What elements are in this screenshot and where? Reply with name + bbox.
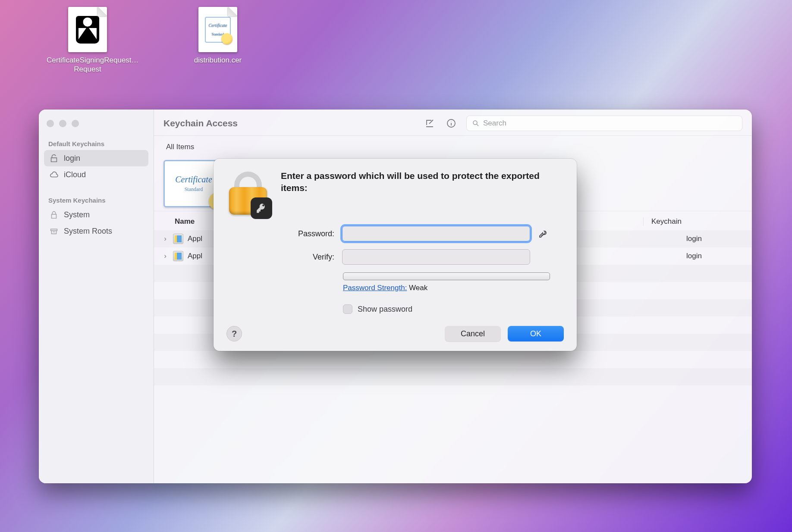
search-field[interactable]: Search [466,116,742,131]
export-password-dialog: Enter a password which will be used to p… [214,159,577,351]
sidebar-item-system-roots[interactable]: System Roots [44,223,148,239]
minimize-icon[interactable] [59,120,66,127]
zoom-icon[interactable] [72,120,79,127]
dialog-form: Password: Verify: Password Strength: Wea… [226,226,564,314]
password-strength-text: Password Strength: Weak [343,284,564,292]
password-strength-value: Weak [409,284,427,292]
cert-preview-subtitle: Standard [185,186,203,193]
show-password-label: Show password [358,305,412,314]
sidebar-item-login[interactable]: login [44,150,148,166]
toolbar: Keychain Access Search [154,110,752,136]
certificate-row-icon [173,234,183,244]
cancel-button[interactable]: Cancel [445,326,501,341]
certificate-icon: Certificate Standard [205,17,231,43]
desktop-file-csr[interactable]: CertificateSigningRequest…Request [44,7,131,74]
password-strength-meter [343,272,550,280]
tab-all-items[interactable]: All Items [163,140,197,154]
info-icon [446,118,456,128]
sidebar: Default Keychains login iCloud System Ke… [39,110,154,483]
verify-label: Verify: [283,253,334,262]
search-placeholder: Search [483,119,506,128]
archive-icon [49,226,59,236]
file-label: distribution.cer [194,56,242,65]
show-password-checkbox[interactable] [343,304,352,314]
row-keychain: login [686,235,742,243]
seal-icon [221,33,233,44]
key-generator-button[interactable] [538,228,550,240]
lock-icon [226,170,270,216]
close-icon[interactable] [47,120,54,127]
unlock-icon [49,153,59,163]
file-thumb: Certificate Standard [198,7,237,52]
password-input[interactable] [342,226,530,241]
file-thumb [68,7,107,52]
verify-input[interactable] [342,249,530,265]
sidebar-item-label: iCloud [64,170,86,179]
ok-button[interactable]: OK [508,326,564,341]
sidebar-item-icloud[interactable]: iCloud [44,166,148,183]
sidebar-section-system: System Keychains [44,194,148,207]
password-label: Password: [283,229,334,238]
compose-button[interactable] [423,117,436,130]
window-traffic-lights[interactable] [47,120,148,127]
key-icon [538,228,548,238]
window-title: Keychain Access [163,118,238,128]
compose-icon [424,118,435,128]
desktop-file-cer[interactable]: Certificate Standard distribution.cer [175,7,261,65]
dialog-title: Enter a password which will be used to p… [281,170,564,216]
cert-preview-title: Certificate [175,175,212,185]
row-keychain: login [686,252,742,260]
table-row [154,351,752,368]
sidebar-item-label: System [64,210,90,219]
keys-badge-icon [251,197,272,219]
chevron-right-icon[interactable]: › [162,252,169,260]
column-keychain[interactable]: Keychain [643,217,742,226]
password-strength-link[interactable]: Password Strength: [343,284,407,292]
svg-point-1 [473,121,477,125]
lock-icon [49,210,59,219]
table-row [154,368,752,385]
help-button[interactable]: ? [226,326,242,341]
search-icon [472,119,480,127]
file-label: CertificateSigningRequest…Request [47,56,129,74]
tuxedo-icon [76,16,99,44]
certificate-row-icon [173,251,183,261]
sidebar-section-default: Default Keychains [44,138,148,150]
sidebar-item-label: login [64,154,80,163]
chevron-right-icon[interactable]: › [162,235,169,243]
cloud-icon [49,170,59,179]
sidebar-item-label: System Roots [64,227,112,236]
info-button[interactable] [445,117,458,130]
category-tabs: All Items [154,136,752,154]
sidebar-item-system[interactable]: System [44,207,148,223]
